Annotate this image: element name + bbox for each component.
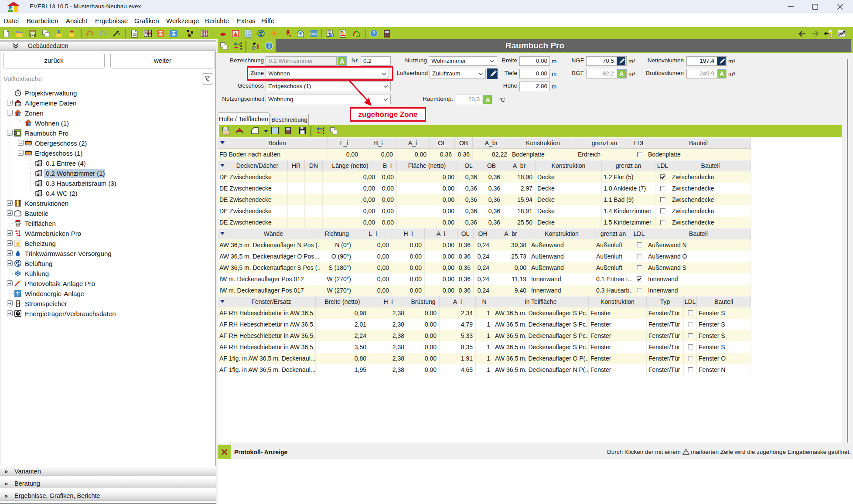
svg-text:?: ? xyxy=(372,31,375,37)
svg-text:SSS: SSS xyxy=(310,32,317,36)
svg-text:€: € xyxy=(299,31,302,36)
